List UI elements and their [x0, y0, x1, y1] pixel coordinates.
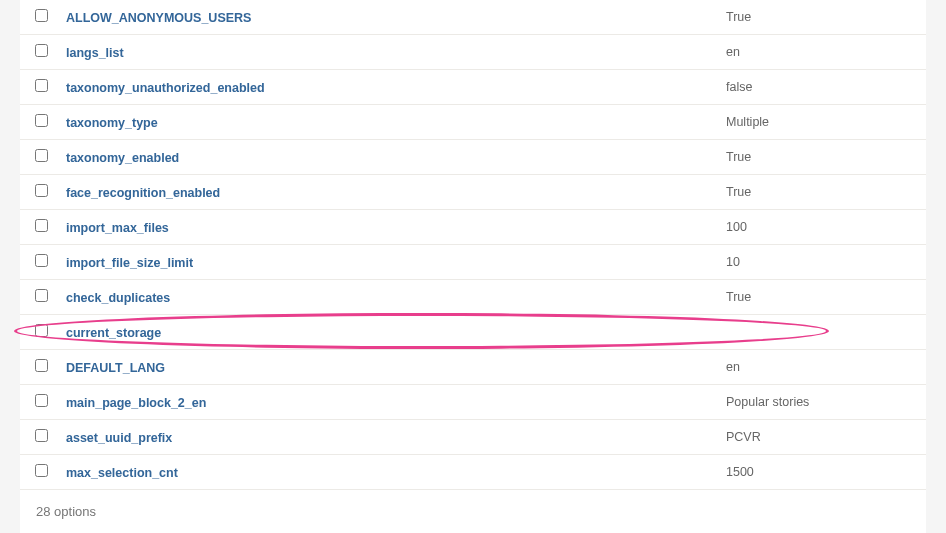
row-checkbox[interactable]: [35, 79, 48, 92]
option-value: True: [718, 0, 926, 35]
option-key-link[interactable]: langs_list: [66, 46, 124, 60]
option-value: [718, 315, 926, 350]
row-checkbox[interactable]: [35, 394, 48, 407]
option-value: 1500: [718, 455, 926, 490]
table-row: import_max_files100: [20, 210, 926, 245]
table-row: taxonomy_typeMultiple: [20, 105, 926, 140]
row-checkbox[interactable]: [35, 149, 48, 162]
table-row: max_selection_cnt1500: [20, 455, 926, 490]
option-value: en: [718, 35, 926, 70]
option-key-link[interactable]: taxonomy_enabled: [66, 151, 179, 165]
option-key-link[interactable]: max_selection_cnt: [66, 466, 178, 480]
table-row: langs_listen: [20, 35, 926, 70]
row-checkbox[interactable]: [35, 464, 48, 477]
option-key-link[interactable]: import_file_size_limit: [66, 256, 193, 270]
row-checkbox[interactable]: [35, 429, 48, 442]
row-checkbox[interactable]: [35, 254, 48, 267]
option-value: Popular stories: [718, 385, 926, 420]
option-key-link[interactable]: current_storage: [66, 326, 161, 340]
row-checkbox[interactable]: [35, 44, 48, 57]
table-row: main_page_block_2_enPopular stories: [20, 385, 926, 420]
table-row: import_file_size_limit10: [20, 245, 926, 280]
options-table-wrap: ALLOW_ANONYMOUS_USERSTruelangs_listentax…: [20, 0, 926, 533]
options-table: ALLOW_ANONYMOUS_USERSTruelangs_listentax…: [20, 0, 926, 490]
option-value: True: [718, 175, 926, 210]
option-value: 100: [718, 210, 926, 245]
option-key-link[interactable]: import_max_files: [66, 221, 169, 235]
option-value: True: [718, 280, 926, 315]
option-key-link[interactable]: main_page_block_2_en: [66, 396, 206, 410]
row-checkbox[interactable]: [35, 289, 48, 302]
option-key-link[interactable]: ALLOW_ANONYMOUS_USERS: [66, 11, 251, 25]
row-checkbox[interactable]: [35, 359, 48, 372]
row-checkbox[interactable]: [35, 324, 48, 337]
option-key-link[interactable]: asset_uuid_prefix: [66, 431, 172, 445]
row-checkbox[interactable]: [35, 184, 48, 197]
table-row: ALLOW_ANONYMOUS_USERSTrue: [20, 0, 926, 35]
option-key-link[interactable]: DEFAULT_LANG: [66, 361, 165, 375]
option-value: en: [718, 350, 926, 385]
table-row: asset_uuid_prefixPCVR: [20, 420, 926, 455]
table-row: taxonomy_unauthorized_enabledfalse: [20, 70, 926, 105]
option-key-link[interactable]: face_recognition_enabled: [66, 186, 220, 200]
option-value: 10: [718, 245, 926, 280]
option-key-link[interactable]: taxonomy_unauthorized_enabled: [66, 81, 265, 95]
table-row: check_duplicatesTrue: [20, 280, 926, 315]
option-value: Multiple: [718, 105, 926, 140]
option-value: PCVR: [718, 420, 926, 455]
options-count: 28 options: [20, 490, 926, 533]
option-key-link[interactable]: check_duplicates: [66, 291, 170, 305]
table-row: current_storage: [20, 315, 926, 350]
row-checkbox[interactable]: [35, 9, 48, 22]
table-row: face_recognition_enabledTrue: [20, 175, 926, 210]
row-checkbox[interactable]: [35, 219, 48, 232]
row-checkbox[interactable]: [35, 114, 48, 127]
option-key-link[interactable]: taxonomy_type: [66, 116, 158, 130]
table-row: DEFAULT_LANGen: [20, 350, 926, 385]
option-value: True: [718, 140, 926, 175]
option-value: false: [718, 70, 926, 105]
table-row: taxonomy_enabledTrue: [20, 140, 926, 175]
